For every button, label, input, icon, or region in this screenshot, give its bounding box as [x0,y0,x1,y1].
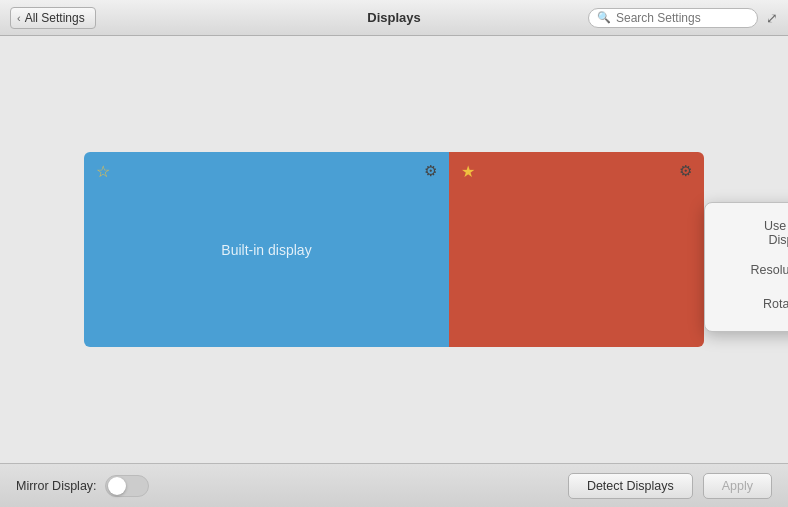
toolbar: ‹ All Settings Displays 🔍 ⤢ [0,0,788,36]
search-input[interactable] [616,11,749,25]
secondary-display[interactable]: ★ ⚙ Use This Display: Resolution: 1024 ×… [449,152,704,347]
resolution-label: Resolution: [723,263,788,277]
use-display-row: Use This Display: [723,219,788,247]
chevron-left-icon: ‹ [17,12,21,24]
use-display-label: Use This Display: [723,219,788,247]
apply-button[interactable]: Apply [703,473,772,499]
search-icon: 🔍 [597,11,611,24]
detect-displays-button[interactable]: Detect Displays [568,473,693,499]
main-content: ☆ ⚙ Built-in display ★ ⚙ Use This Displa… [0,36,788,463]
primary-gear-icon[interactable]: ⚙ [424,162,437,180]
mirror-display-label: Mirror Display: [16,479,97,493]
primary-star-icon: ☆ [96,162,110,181]
secondary-star-icon: ★ [461,162,475,181]
mirror-display-toggle[interactable] [105,475,149,497]
bottom-buttons: Detect Displays Apply [568,473,772,499]
mirror-display-control: Mirror Display: [16,475,149,497]
display-settings-popup: Use This Display: Resolution: 1024 × 768… [704,202,788,332]
mirror-toggle-knob [108,477,126,495]
resolution-row: Resolution: 1024 × 768 (4:3) ▼ [723,259,788,281]
primary-display-label: Built-in display [221,242,311,258]
search-box: 🔍 [588,8,758,28]
back-button[interactable]: ‹ All Settings [10,7,96,29]
expand-button[interactable]: ⤢ [766,10,778,26]
rotation-label: Rotation: [723,297,788,311]
bottom-bar: Mirror Display: Detect Displays Apply [0,463,788,507]
rotation-row: Rotation: None ▼ [723,293,788,315]
primary-display[interactable]: ☆ ⚙ Built-in display [84,152,449,347]
page-title: Displays [367,10,420,25]
back-label: All Settings [25,11,85,25]
displays-area: ☆ ⚙ Built-in display ★ ⚙ Use This Displa… [84,152,704,347]
secondary-gear-icon[interactable]: ⚙ [679,162,692,180]
